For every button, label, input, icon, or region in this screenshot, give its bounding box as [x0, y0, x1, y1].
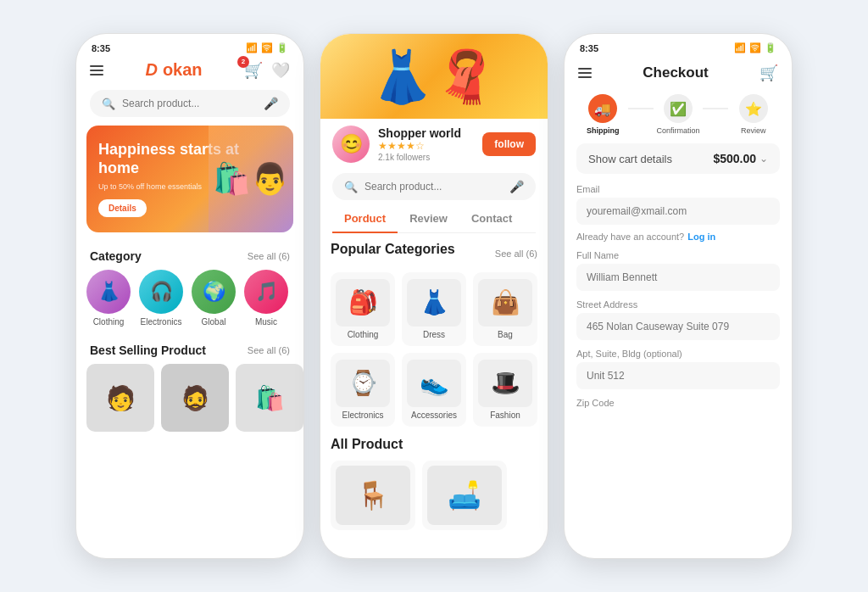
chevron-icon: ⌄ — [760, 153, 768, 165]
search-bar-2[interactable]: 🔍 🎤 — [332, 173, 536, 200]
cat-img-clothing: 🎒 — [336, 279, 390, 327]
all-product-1[interactable]: 🪑 — [331, 461, 415, 530]
status-icons-1: 📶 🛜 🔋 — [246, 42, 288, 53]
banner-button[interactable]: Details — [98, 199, 147, 217]
search-input-2[interactable] — [364, 181, 503, 193]
step-shipping: 🚚 Shipping — [578, 94, 628, 135]
cat-card-dress[interactable]: 👗 Dress — [402, 272, 466, 346]
shopper-info: Shopper world ★★★★☆ 2.1k followers — [378, 126, 474, 162]
all-product-img-1: 🪑 — [336, 466, 410, 525]
checkout-header: Checkout 🛒 — [565, 57, 792, 89]
screen3-checkout: 8:35 📶 🛜 🔋 Checkout 🛒 🚚 Shipping ✅ — [564, 33, 793, 559]
category-item-music[interactable]: 🎵 Music — [244, 270, 288, 327]
cat-card-fashion[interactable]: 🎩 Fashion — [473, 353, 537, 427]
category-see-all[interactable]: See all (6) — [248, 251, 290, 261]
wishlist-icon[interactable]: 🤍 — [271, 61, 290, 80]
pop-cat-see-all[interactable]: See all (6) — [495, 249, 537, 259]
search-bar-1[interactable]: 🔍 🎤 — [90, 90, 290, 117]
category-item-electronics[interactable]: 🎧 Electronics — [139, 270, 183, 327]
cat-circle-music: 🎵 — [244, 270, 288, 314]
menu-icon[interactable] — [90, 65, 103, 75]
category-title: Category — [90, 249, 142, 263]
zip-label: Zip Code — [576, 398, 780, 408]
cat-img-bag: 👜 — [478, 279, 532, 327]
cat-circle-clothing: 👗 — [86, 270, 131, 314]
cat-label-electronics: Electronics — [141, 317, 182, 327]
street-field[interactable] — [576, 313, 780, 340]
shopper-stars: ★★★★☆ — [378, 140, 474, 152]
cat-card-label-accessories: Accessories — [411, 410, 457, 420]
cart-icon-3[interactable]: 🛒 — [760, 64, 778, 82]
logo-text: okan — [163, 60, 203, 80]
follow-button[interactable]: follow — [482, 132, 536, 156]
login-link[interactable]: Log in — [687, 232, 715, 242]
best-selling-header: Best Selling Product See all (6) — [76, 338, 303, 364]
best-selling-list: 🧑 🧔 🛍️ — [76, 364, 303, 444]
popular-categories: Popular Categories See all (6) 🎒 Clothin… — [320, 242, 548, 427]
checkout-form: Email Already have an account? Log in Fu… — [565, 184, 792, 408]
step-connector-1 — [628, 108, 654, 109]
banner-image: 🛍️👨 — [209, 126, 293, 232]
tab-review[interactable]: Review — [398, 205, 459, 232]
product-thumb-1[interactable]: 🧑 — [86, 364, 154, 432]
cat-circle-electronics: 🎧 — [139, 270, 183, 314]
mic-icon-1[interactable]: 🎤 — [264, 97, 278, 110]
wifi-icon-3: 🛜 — [749, 42, 761, 53]
account-text: Already have an account? — [576, 232, 684, 242]
battery-icon-3: 🔋 — [765, 42, 776, 53]
cat-card-label-electronics: Electronics — [342, 410, 384, 420]
pop-cat-title: Popular Categories — [331, 242, 455, 257]
step-circle-shipping: 🚚 — [588, 94, 617, 123]
cat-img-fashion: 🎩 — [478, 360, 532, 407]
cat-circle-global: 🌍 — [192, 270, 236, 314]
menu-icon-3[interactable] — [578, 68, 592, 78]
top-banner-image: 👗🧣 — [320, 34, 548, 119]
step-label-confirmation: Confirmation — [656, 126, 699, 135]
cat-img-electronics: ⌚ — [336, 360, 390, 407]
step-review: ⭐ Review — [728, 94, 778, 135]
banner: Happiness starts at home Up to 50% off h… — [86, 126, 293, 232]
email-field[interactable] — [576, 198, 780, 225]
all-product-2[interactable]: 🛋️ — [422, 461, 507, 530]
all-products-list: 🪑 🛋️ — [320, 461, 548, 530]
screen1-header: Dokan 🛒 2 🤍 — [76, 57, 303, 87]
product-thumb-2[interactable]: 🧔 — [161, 364, 229, 432]
header-icons: 🛒 2 🤍 — [244, 61, 290, 80]
logo: Dokan — [145, 60, 202, 80]
checkout-title: Checkout — [643, 64, 708, 81]
fullname-label: Full Name — [576, 250, 780, 260]
shopper-header: 😊 Shopper world ★★★★☆ 2.1k followers fol… — [320, 119, 548, 170]
cat-img-dress: 👗 — [407, 279, 461, 327]
status-bar-1: 8:35 📶 🛜 🔋 — [76, 34, 303, 57]
step-label-shipping: Shipping — [587, 126, 620, 135]
cat-card-electronics[interactable]: ⌚ Electronics — [331, 353, 395, 427]
apt-field[interactable] — [576, 362, 780, 389]
cat-card-clothing[interactable]: 🎒 Clothing — [331, 272, 395, 346]
tab-contact[interactable]: Contact — [459, 205, 524, 232]
fullname-field[interactable] — [576, 264, 780, 291]
cart-icon[interactable]: 🛒 2 — [244, 61, 263, 80]
cart-details-row[interactable]: Show cart details $500.00 ⌄ — [576, 143, 780, 174]
time-1: 8:35 — [92, 43, 110, 53]
mic-icon-2[interactable]: 🎤 — [509, 180, 524, 193]
search-input-1[interactable] — [122, 98, 257, 109]
cat-card-bag[interactable]: 👜 Bag — [473, 272, 537, 346]
category-item-global[interactable]: 🌍 Global — [192, 270, 236, 327]
battery-icon: 🔋 — [276, 42, 288, 53]
cat-card-accessories[interactable]: 👟 Accessories — [402, 353, 466, 427]
category-item-clothing[interactable]: 👗 Clothing — [86, 270, 131, 327]
cart-details-label: Show cart details — [588, 153, 672, 165]
cat-label-music: Music — [255, 317, 277, 327]
best-selling-title: Best Selling Product — [90, 343, 206, 357]
best-selling-see-all[interactable]: See all (6) — [248, 345, 290, 355]
all-product-img-2: 🛋️ — [427, 466, 502, 525]
cart-details-price: $500.00 — [713, 152, 756, 165]
cat-card-label-dress: Dress — [423, 330, 445, 339]
popular-cat-grid: 🎒 Clothing 👗 Dress 👜 Bag ⌚ Electronics 👟 — [331, 272, 537, 427]
time-3: 8:35 — [580, 43, 598, 53]
status-bar-3: 8:35 📶 🛜 🔋 — [565, 34, 792, 57]
shopper-followers: 2.1k followers — [378, 153, 474, 162]
status-icons-3: 📶 🛜 🔋 — [734, 42, 776, 53]
tab-product[interactable]: Porduct — [332, 205, 398, 233]
product-thumb-3[interactable]: 🛍️ — [236, 364, 303, 432]
